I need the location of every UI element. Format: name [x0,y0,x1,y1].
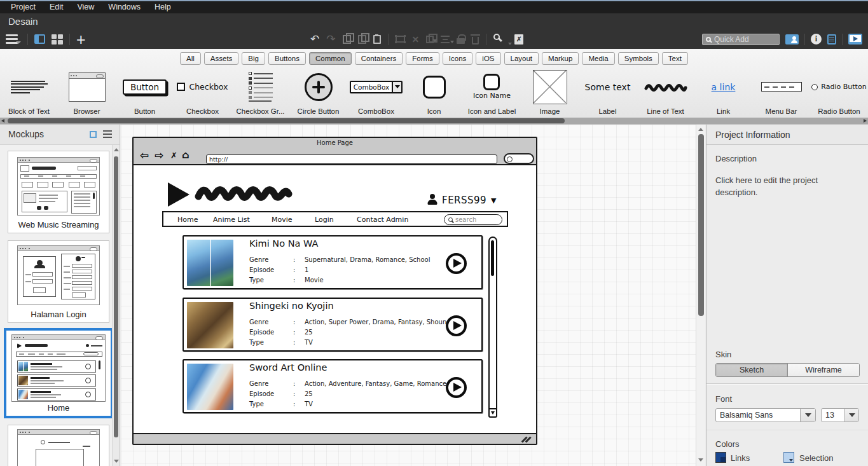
menu-edit[interactable]: Edit [43,1,71,13]
quick-add-input[interactable] [714,35,771,44]
tab-all[interactable]: All [180,52,201,65]
thumbnail-home[interactable]: Home [4,328,113,418]
tab-assets[interactable]: Assets [204,52,239,65]
play-button-icon[interactable] [446,315,467,336]
align-icon[interactable] [441,36,450,43]
vscrollbar-thumb[interactable] [114,156,118,437]
anime-card-sword-art-online[interactable]: Sword Art Online Genre : Action, Adventu… [183,359,483,413]
zoom-icon[interactable] [493,34,507,45]
selection-color-swatch[interactable] [783,452,794,463]
logo-play-icon[interactable] [168,182,189,207]
tab-forms[interactable]: Forms [406,52,439,65]
scroll-left-icon[interactable] [1,119,4,123]
play-button-icon[interactable] [446,377,467,398]
tab-big[interactable]: Big [242,52,265,65]
palette-item-image[interactable]: Image [521,66,579,117]
palette-item-circle-button[interactable]: Circle Button [289,66,347,117]
site-navbar-component[interactable]: Home Anime List Movie Login Contact Admi… [162,211,508,227]
break-apart-icon[interactable]: ✕ [412,34,420,45]
ui-library-icon[interactable] [785,34,799,45]
hscrollbar-thumb[interactable] [8,118,565,123]
grid-view-icon[interactable] [52,34,63,45]
thumbnail-halaman-login[interactable]: Halaman Login [8,240,109,323]
transform-icon[interactable] [396,36,405,43]
skin-sketch-button[interactable]: Sketch [716,364,787,376]
user-dropdown-caret-icon[interactable]: ▼ [491,196,496,205]
info-icon[interactable]: i [811,34,822,45]
list-view-icon[interactable] [103,130,112,139]
palette-item-checkbox-group[interactable]: Checkbox Gr... [231,66,289,117]
presentation-icon[interactable] [848,34,862,45]
undo-icon[interactable]: ↶ [310,33,319,46]
browser-window-component[interactable]: Home Page ⇦ ⇨ ✗ ⌂ http:// FERSS99 ▼ H [132,137,537,445]
tab-symbols[interactable]: Symbols [618,52,659,65]
sketch-scrollbar-component[interactable] [488,236,497,418]
palette-item-radio-button[interactable]: Radio Button Radio Button [810,66,868,117]
tab-markup[interactable]: Markup [542,52,579,65]
palette-item-icon[interactable]: Icon [405,66,463,117]
anime-card-shingeki-no-kyojin[interactable]: Shingeki no Kyojin Genre : Action, Super… [183,298,483,352]
sidebar-vscrollbar[interactable] [112,145,120,466]
menu-project[interactable]: Project [4,1,43,13]
palette-item-browser[interactable]: Browser [58,66,116,117]
paste-icon[interactable] [373,35,381,44]
layers-icon[interactable] [426,36,434,43]
thumbnail-partial[interactable] [8,425,109,466]
vscrollbar-thumb[interactable] [698,134,704,316]
links-color-swatch[interactable] [715,452,726,463]
close-project-icon[interactable]: ✗ [514,34,523,45]
chevron-down-icon[interactable] [800,409,815,421]
menu-help[interactable]: Help [148,1,178,13]
tab-icons[interactable]: Icons [443,52,473,65]
font-family-dropdown[interactable]: Balsamiq Sans [715,408,816,422]
mockup-canvas[interactable]: Home Page ⇦ ⇨ ✗ ⌂ http:// FERSS99 ▼ H [121,125,705,466]
palette-item-block-of-text[interactable]: Block of Text [0,66,58,117]
tab-ios[interactable]: iOS [476,52,500,65]
play-button-icon[interactable] [446,253,467,274]
anime-card-kimi-no-na-wa[interactable]: Kimi No Na WA Genre : Supernatural, Dram… [183,235,483,289]
single-panel-view-icon[interactable] [34,34,45,44]
palette-item-combobox[interactable]: ComboBox ComboBox [347,66,405,117]
resize-handle-icon[interactable] [521,437,531,442]
logo-scribble[interactable] [192,181,294,205]
palette-item-icon-and-label[interactable]: Icon Name Icon and Label [463,66,521,117]
palette-item-menu-bar[interactable]: Menu Bar [752,66,810,117]
tab-common[interactable]: Common [309,52,352,65]
trash-icon[interactable] [472,37,479,45]
redo-icon[interactable]: ↷ [326,33,335,46]
user-avatar-icon[interactable] [427,194,437,205]
notes-icon[interactable] [827,34,836,45]
thumbnail-web-music-streaming[interactable]: Web Music Streaming [8,151,109,233]
palette-item-button[interactable]: Button Button [116,66,174,117]
palette-item-checkbox[interactable]: Checkbox Checkbox [174,66,231,117]
menu-windows[interactable]: Windows [101,1,148,13]
canvas-vscrollbar[interactable] [696,125,705,466]
scroll-up-icon[interactable] [698,128,703,131]
scroll-down-icon[interactable] [698,458,703,462]
scroll-down-icon[interactable] [114,460,119,463]
description-text[interactable]: Click here to edit the project descripti… [715,174,849,198]
tab-buttons[interactable]: Buttons [268,52,306,65]
scroll-up-icon[interactable] [114,148,119,151]
palette-items-row: Block of Text Browser Button Button Chec… [0,66,868,117]
lock-icon[interactable] [457,38,465,44]
scroll-right-icon[interactable] [864,119,867,123]
copy-icon[interactable] [343,35,351,44]
menu-view[interactable]: View [70,1,101,13]
chevron-down-icon[interactable] [844,409,858,421]
font-size-dropdown[interactable]: 13 [821,408,859,422]
thumbnail-view-icon[interactable] [90,131,97,138]
add-mockup-icon[interactable]: + [76,33,86,46]
tab-text[interactable]: Text [662,52,688,65]
palette-item-line-of-text[interactable]: Line of Text [637,66,694,117]
username-label[interactable]: FERSS99 [442,195,486,206]
tab-layout[interactable]: Layout [504,52,539,65]
palette-item-link[interactable]: a link Link [694,66,752,117]
palette-hscrollbar[interactable] [0,118,868,124]
main-menu-icon[interactable] [6,34,21,45]
palette-item-label[interactable]: Some text Label [579,66,637,117]
skin-wireframe-button[interactable]: Wireframe [787,364,859,376]
tab-containers[interactable]: Containers [355,52,403,65]
duplicate-icon[interactable] [358,35,366,44]
tab-media[interactable]: Media [582,52,614,65]
